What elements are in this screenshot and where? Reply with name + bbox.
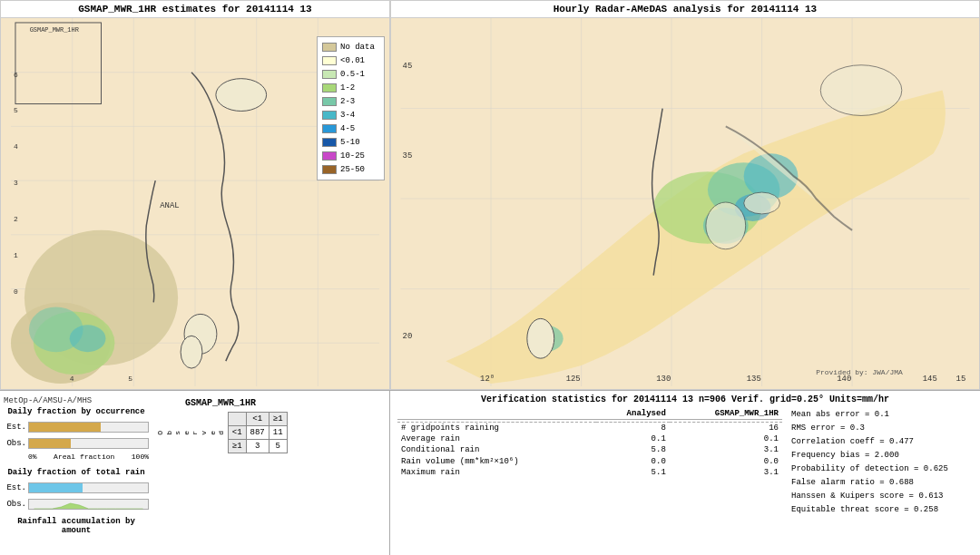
obs-bar-bg <box>28 438 149 449</box>
legend-item-nodata: No data <box>322 41 379 54</box>
verif-row-1: Average rain 0.1 0.1 <box>397 433 782 444</box>
confusion-section: GSMAP_MWR_1HR Observed <1 ≥1 <box>152 394 289 551</box>
verif-table: Analysed GSMAP_MWR_1HR # gridpoints rain… <box>397 408 782 478</box>
bottom-left: MetOp-A/AMSU-A/MHS Daily fraction by occ… <box>0 391 390 555</box>
legend-color-5-10 <box>322 138 337 147</box>
cell-tt: 887 <box>246 426 269 440</box>
left-map-svg-container: GSMAP_MWR_1HR 6 5 4 3 2 1 0 4 5 ANAL <box>1 18 389 386</box>
verif-label-2: Conditional rain <box>397 444 596 455</box>
col-ge1: ≥1 <box>269 413 287 426</box>
svg-text:Provided by: JWA/JMA: Provided by: JWA/JMA <box>816 368 903 376</box>
rain-sparkline <box>29 500 148 511</box>
maps-row: GSMAP_MWR_1HR estimates for 20141114 13 <box>0 0 980 390</box>
legend-color-nodata <box>322 43 337 52</box>
legend-color-3-4 <box>322 111 337 120</box>
verif-val-3-g: 0.0 <box>670 455 782 467</box>
svg-text:3: 3 <box>14 179 18 187</box>
verif-content: Analysed GSMAP_MWR_1HR # gridpoints rain… <box>397 408 973 551</box>
svg-text:4: 4 <box>70 375 74 383</box>
est-label: Est. <box>4 423 26 432</box>
svg-text:GSMAP_MWR_1HR: GSMAP_MWR_1HR <box>30 26 79 34</box>
legend-item-25-50: 25-50 <box>322 163 379 176</box>
confusion-row-ge1: ≥1 3 5 <box>228 440 287 453</box>
main-container: GSMAP_MWR_1HR estimates for 20141114 13 <box>0 0 980 555</box>
svg-text:125: 125 <box>566 375 581 384</box>
verif-val-4-g: 3.1 <box>670 467 782 478</box>
verif-val-0-g: 16 <box>670 423 782 434</box>
obs-bar-row: Obs. <box>4 438 149 449</box>
total-rain-title: Daily fraction of total rain <box>4 468 149 477</box>
svg-text:1: 1 <box>14 251 18 259</box>
legend-label-5-10: 5-10 <box>340 136 360 149</box>
est-rain-label: Est. <box>4 483 26 492</box>
svg-point-48 <box>706 202 746 249</box>
verif-row-2: Conditional rain 5.8 3.1 <box>397 444 782 455</box>
confusion-table: <1 ≥1 <1 887 11 <box>228 412 288 453</box>
left-map-panel: GSMAP_MWR_1HR estimates for 20141114 13 <box>0 0 390 390</box>
verif-val-1-a: 0.1 <box>596 433 670 444</box>
verif-val-3-a: 0.0 <box>596 455 670 467</box>
verif-val-2-a: 5.8 <box>596 444 670 455</box>
stat-hanssen-kuipers: Hanssen & Kuipers score = 0.613 <box>791 490 973 503</box>
verif-title: Verification statistics for 20141114 13 … <box>397 394 973 404</box>
stat-probability-detection: Probability of detection = 0.625 <box>791 462 973 476</box>
verif-row-4: Maximum rain 5.1 3.1 <box>397 467 782 478</box>
right-map-svg-container: 45 35 20 12⁰ 125 130 135 140 145 15 Prov… <box>391 18 979 386</box>
cell-ft: 3 <box>246 440 269 453</box>
stat-correlation-coeff: Correlation coeff = 0.477 <box>791 435 973 449</box>
svg-text:12⁰: 12⁰ <box>480 375 495 384</box>
legend-label-05-1: 0.5-1 <box>340 68 365 81</box>
right-map-svg: 45 35 20 12⁰ 125 130 135 140 145 15 Prov… <box>391 18 979 386</box>
verif-table-section: Analysed GSMAP_MWR_1HR # gridpoints rain… <box>397 408 782 551</box>
legend-label-2-3: 2-3 <box>340 95 355 108</box>
col-header-analysed: Analysed <box>596 408 670 420</box>
confusion-title: GSMAP_MWR_1HR <box>156 398 285 408</box>
verif-val-4-a: 5.1 <box>596 467 670 478</box>
satellite-label: MetOp-A/AMSU-A/MHS <box>4 396 149 405</box>
observed-label: Observed <box>156 431 226 435</box>
accumulation-title: Rainfall accumulation by amount <box>4 517 149 535</box>
legend-label-3-4: 3-4 <box>340 109 355 122</box>
svg-point-19 <box>70 325 106 352</box>
obs-label: Obs. <box>4 439 26 448</box>
svg-text:5: 5 <box>14 106 18 114</box>
obs-rain-bar-row: Obs. <box>4 499 149 510</box>
verif-val-2-g: 3.1 <box>670 444 782 455</box>
bottom-row: MetOp-A/AMSU-A/MHS Daily fraction by occ… <box>0 390 980 555</box>
legend-item-2-3: 2-3 <box>322 95 379 108</box>
verif-row-3: Rain volume (mm*km²×10⁶) 0.0 0.0 <box>397 455 782 467</box>
legend-item-3-4: 3-4 <box>322 109 379 122</box>
verif-label-4: Maximum rain <box>397 467 596 478</box>
verif-val-0-a: 8 <box>596 423 670 434</box>
legend-item-05-1: 0.5-1 <box>322 68 379 81</box>
occurrence-chart-title: Daily fraction by occurrence <box>4 407 149 416</box>
legend-color-25-50 <box>322 165 337 174</box>
svg-text:ANAL: ANAL <box>160 201 179 210</box>
svg-text:135: 135 <box>747 375 761 384</box>
cell-tf: 11 <box>269 426 287 440</box>
svg-text:35: 35 <box>403 151 413 161</box>
col-lt1: <1 <box>246 413 269 426</box>
est-bar-row: Est. <box>4 422 149 433</box>
legend-item-10-25: 10-25 <box>322 150 379 162</box>
stat-frequency-bias: Frequency bias = 2.000 <box>791 449 973 462</box>
est-rain-bar-bg <box>28 482 149 493</box>
legend-item-lt001: <0.01 <box>322 54 379 67</box>
svg-point-49 <box>744 192 780 214</box>
svg-text:20: 20 <box>403 332 413 341</box>
stat-false-alarm-ratio: False alarm ratio = 0.688 <box>791 476 973 490</box>
axis-mid: Areal fraction <box>54 453 114 461</box>
svg-text:6: 6 <box>14 71 18 79</box>
charts-column: MetOp-A/AMSU-A/MHS Daily fraction by occ… <box>4 394 149 551</box>
legend-color-10-25 <box>322 151 337 161</box>
cell-ff: 5 <box>269 440 287 453</box>
svg-text:15: 15 <box>956 375 966 384</box>
est-rain-bar-row: Est. <box>4 482 149 493</box>
est-rain-bar-fill <box>29 483 83 492</box>
verif-stats-right: Mean abs error = 0.1 RMS error = 0.3 Cor… <box>791 408 973 551</box>
stat-mean-abs-error: Mean abs error = 0.1 <box>791 408 973 422</box>
right-map-panel: Hourly Radar-AMeDAS analysis for 2014111… <box>390 0 980 390</box>
verif-label-0: # gridpoints raining <box>397 423 596 434</box>
svg-point-50 <box>820 65 902 116</box>
verif-label-3: Rain volume (mm*km²×10⁶) <box>397 455 596 467</box>
